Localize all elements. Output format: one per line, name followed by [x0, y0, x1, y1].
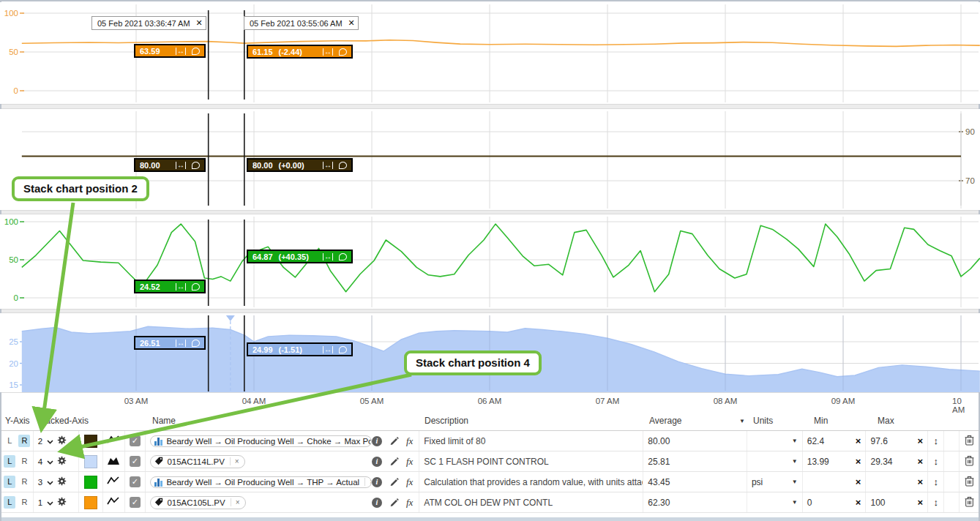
max-value[interactable]: 97.6 — [870, 436, 887, 446]
measure-icon[interactable]: ↔ — [176, 162, 186, 169]
y-axis-right-toggle[interactable]: R — [18, 496, 30, 509]
edit-pencil-icon[interactable] — [389, 476, 399, 488]
clear-max-icon[interactable]: × — [918, 497, 924, 508]
info-icon[interactable]: i — [372, 457, 382, 467]
header-average[interactable]: Average ▼ — [646, 416, 749, 426]
units-dropdown-icon[interactable]: ▼ — [792, 479, 798, 485]
comment-icon[interactable] — [339, 253, 347, 260]
measure-icon[interactable]: ↔ — [323, 48, 333, 56]
autoscale-icon[interactable]: ↕ — [933, 435, 938, 446]
time-marker-flag-2[interactable]: 05 Feb 2021 03:55:06 AM ✕ — [244, 16, 359, 30]
y-axis-right-toggle[interactable]: R — [18, 455, 30, 468]
close-icon[interactable]: ✕ — [196, 18, 203, 28]
clear-max-icon[interactable]: × — [918, 456, 924, 467]
value-badge[interactable]: 64.87 (+40.35) ↔ — [247, 250, 353, 263]
visible-checkbox[interactable]: ✓ — [130, 497, 141, 508]
tag-pill[interactable]: 015AC105L.PV× — [150, 496, 245, 509]
tag-pill[interactable]: Beardy Well → Oil Producing Well → THP →… — [150, 476, 371, 488]
line-style-icon[interactable] — [107, 476, 120, 488]
line-style-icon[interactable] — [107, 496, 120, 509]
y-axis-left-toggle[interactable]: L — [4, 435, 15, 447]
edit-pencil-icon[interactable] — [389, 456, 399, 468]
trash-icon[interactable] — [965, 496, 974, 509]
remove-tag-icon[interactable]: × — [230, 457, 239, 465]
y-axis-right-toggle[interactable]: R — [18, 476, 30, 488]
clear-max-icon[interactable]: × — [918, 435, 924, 446]
value-badge[interactable]: 26.51 ↔ — [134, 336, 206, 350]
value-badge[interactable]: 24.52 ↔ — [134, 280, 206, 293]
comment-icon[interactable] — [192, 48, 200, 55]
visible-checkbox[interactable]: ✓ — [130, 435, 141, 446]
measure-icon[interactable]: ↔ — [176, 283, 186, 291]
comment-icon[interactable] — [339, 48, 347, 56]
measure-icon[interactable]: ↔ — [176, 48, 186, 55]
autoscale-icon[interactable]: ↕ — [933, 476, 938, 487]
min-value[interactable]: 13.99 — [807, 457, 829, 467]
comment-icon[interactable] — [339, 162, 347, 169]
units-dropdown-icon[interactable]: ▼ — [792, 458, 798, 465]
gear-icon[interactable] — [57, 497, 67, 509]
comment-icon[interactable] — [192, 162, 200, 169]
value-badge[interactable]: 61.15 (-2.44) ↔ — [247, 45, 353, 59]
min-value[interactable]: 0 — [807, 498, 812, 508]
trash-icon[interactable] — [965, 476, 974, 489]
gear-icon[interactable] — [57, 435, 67, 447]
formula-fx-icon[interactable]: fx — [406, 476, 413, 488]
color-swatch[interactable] — [84, 476, 97, 489]
clear-min-icon[interactable]: × — [856, 456, 861, 467]
clear-min-icon[interactable]: × — [856, 435, 861, 446]
min-value[interactable]: 62.4 — [807, 436, 824, 446]
tag-pill[interactable]: 015AC114L.PV× — [150, 455, 244, 468]
max-value[interactable]: 100 — [870, 498, 885, 508]
color-swatch[interactable] — [84, 455, 97, 468]
comment-icon[interactable] — [192, 340, 200, 347]
formula-fx-icon[interactable]: fx — [406, 456, 413, 468]
value-badge[interactable]: 80.00 (+0.00) ↔ — [247, 158, 353, 172]
clear-max-icon[interactable]: × — [918, 476, 924, 487]
clear-min-icon[interactable]: × — [856, 476, 861, 487]
units-dropdown-icon[interactable]: ▼ — [792, 499, 798, 506]
y-axis-left-toggle[interactable]: L — [4, 496, 15, 509]
comment-icon[interactable] — [192, 283, 200, 291]
area-style-icon[interactable] — [107, 455, 120, 468]
info-icon[interactable]: i — [372, 498, 382, 508]
measure-icon[interactable]: ↔ — [176, 340, 186, 347]
comment-icon[interactable] — [339, 346, 347, 353]
value-badge[interactable]: 80.00 ↔ — [134, 158, 206, 172]
y-axis-left-toggle[interactable]: L — [4, 455, 15, 468]
line-style-icon[interactable] — [107, 435, 120, 447]
color-swatch[interactable] — [84, 496, 97, 509]
value-badge[interactable]: 24.99 (-1.51) ↔ — [247, 342, 353, 356]
remove-tag-icon[interactable]: × — [364, 478, 372, 486]
clear-min-icon[interactable]: × — [856, 497, 861, 508]
remove-tag-icon[interactable]: × — [231, 498, 240, 506]
tag-pill[interactable]: Beardy Well → Oil Producing Well → Choke… — [150, 435, 371, 447]
trash-icon[interactable] — [965, 455, 974, 468]
chevron-down-icon[interactable] — [47, 498, 53, 508]
value-badge[interactable]: 63.59 ↔ — [134, 44, 206, 58]
formula-fx-icon[interactable]: fx — [406, 435, 413, 447]
gear-icon[interactable] — [57, 476, 67, 488]
time-marker-flag-1[interactable]: 05 Feb 2021 03:36:47 AM ✕ — [91, 16, 206, 30]
visible-checkbox[interactable]: ✓ — [130, 456, 141, 467]
units-dropdown-icon[interactable]: ▼ — [792, 438, 798, 444]
max-value[interactable]: 29.34 — [870, 457, 892, 467]
gear-icon[interactable] — [57, 456, 67, 468]
chevron-down-icon[interactable] — [47, 457, 53, 467]
autoscale-icon[interactable]: ↕ — [933, 456, 938, 467]
y-axis-left-toggle[interactable]: L — [4, 476, 15, 488]
chevron-down-icon[interactable] — [47, 477, 53, 487]
measure-icon[interactable]: ↔ — [323, 253, 333, 260]
color-swatch[interactable] — [84, 435, 97, 448]
measure-icon[interactable]: ↔ — [323, 162, 333, 169]
edit-pencil-icon[interactable] — [389, 497, 399, 509]
edit-pencil-icon[interactable] — [389, 435, 399, 447]
info-icon[interactable]: i — [372, 477, 382, 487]
close-icon[interactable]: ✕ — [348, 18, 355, 28]
formula-fx-icon[interactable]: fx — [406, 497, 413, 509]
autoscale-icon[interactable]: ↕ — [933, 497, 938, 508]
chevron-down-icon[interactable] — [47, 436, 53, 446]
visible-checkbox[interactable]: ✓ — [130, 476, 141, 487]
measure-icon[interactable]: ↔ — [323, 346, 333, 353]
info-icon[interactable]: i — [372, 436, 382, 446]
